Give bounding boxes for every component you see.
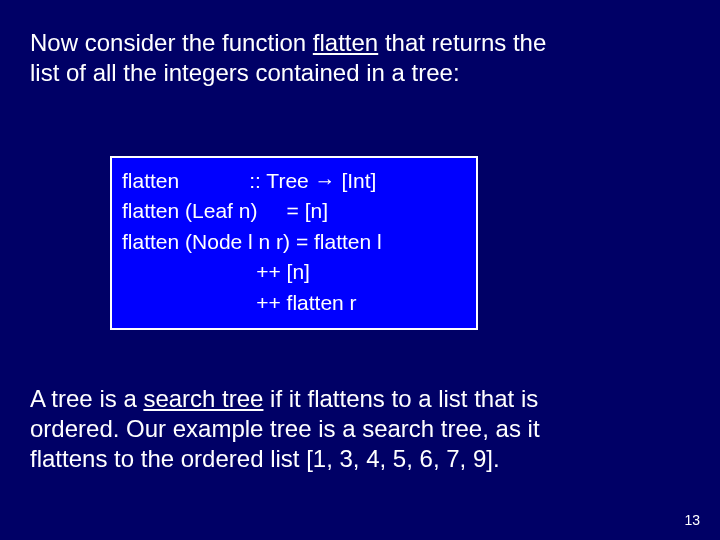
intro-pre: Now consider the function bbox=[30, 29, 313, 56]
conclusion-c: if it flattens to a list that is bbox=[263, 385, 538, 412]
slide: Now consider the function flatten that r… bbox=[0, 0, 720, 540]
conclusion-line2: ordered. Our example tree is a search tr… bbox=[30, 415, 540, 442]
code-line-5: ++ flatten r bbox=[122, 288, 466, 318]
code-box: flatten :: Tree → [Int] flatten (Leaf n)… bbox=[110, 156, 478, 330]
conclusion-a: A tree is a bbox=[30, 385, 143, 412]
code-line-2: flatten (Leaf n) = [n] bbox=[122, 196, 466, 226]
code-line-4: ++ [n] bbox=[122, 257, 466, 287]
intro-line2: list of all the integers contained in a … bbox=[30, 59, 460, 86]
conclusion-line3: flattens to the ordered list [1, 3, 4, 5… bbox=[30, 445, 500, 472]
page-number: 13 bbox=[684, 512, 700, 528]
intro-post1: that returns the bbox=[378, 29, 546, 56]
intro-keyword: flatten bbox=[313, 29, 378, 56]
code-line-3: flatten (Node l n r) = flatten l bbox=[122, 227, 466, 257]
conclusion-b: search tree bbox=[143, 385, 263, 412]
conclusion-text: A tree is a search tree if it flattens t… bbox=[30, 384, 680, 474]
code-line-1: flatten :: Tree → [Int] bbox=[122, 166, 466, 196]
intro-text: Now consider the function flatten that r… bbox=[30, 28, 670, 88]
